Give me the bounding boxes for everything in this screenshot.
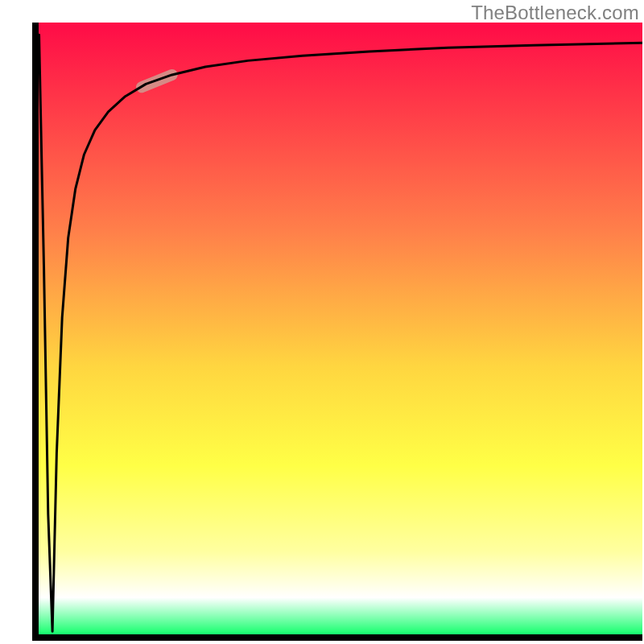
plot-area bbox=[32, 23, 642, 641]
gradient-background bbox=[35, 23, 642, 638]
chart-svg bbox=[32, 23, 642, 641]
watermark-text: TheBottleneck.com bbox=[471, 2, 639, 24]
chart-container: { "watermark": "TheBottleneck.com", "col… bbox=[0, 0, 644, 644]
